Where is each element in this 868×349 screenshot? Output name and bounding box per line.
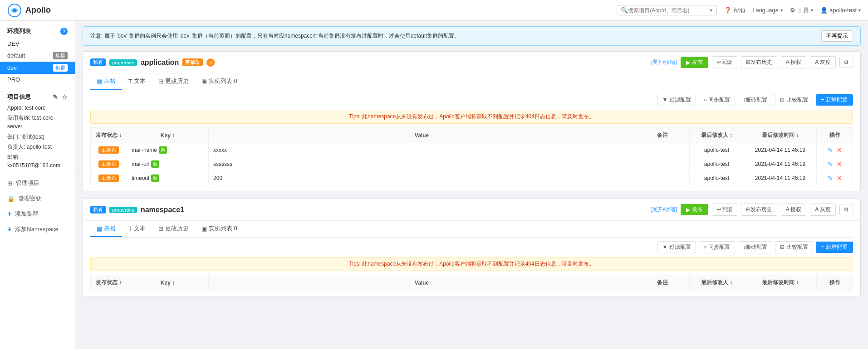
lock-icon: 🔒 [7,195,15,202]
sidebar-item-PRO[interactable]: PRO [0,74,75,85]
sidebar-item-DEV[interactable]: DEV [0,38,75,49]
table-row: 未发布 timeout 新 200 apollo-test 2021-04-14… [91,171,853,185]
auth-button-namespace1[interactable]: A 授权 [781,204,807,216]
note-cell [635,157,690,171]
collapse-link-application[interactable]: [展开/收缩] [651,58,677,66]
sort-icon: ↕ [172,280,175,286]
edit-row-button[interactable]: ✎ [828,146,833,154]
grid-icon: ⊞ [7,180,12,187]
logo-text: Apollo [25,5,51,15]
time-cell: 2021-04-14 11:46:19 [744,157,817,171]
th-modifier: 最后修改人 ↕ [690,128,744,143]
gear-button-namespace1[interactable]: ⚙ [839,204,853,215]
tools-caret-icon: ▾ [811,8,813,13]
add-cluster-icon: + [7,210,11,218]
tab-text-namespace1[interactable]: T 文本 [122,221,152,237]
key-cell: mail-name 新 [127,143,209,157]
edit-row-button[interactable]: ✎ [828,160,833,168]
grey-button-application[interactable]: A 灰度 [810,56,836,68]
compare-button-application[interactable]: ⊟ 比较配置 [775,94,813,106]
gear-button-application[interactable]: ⚙ [839,57,853,68]
dev-badge: 集群 [53,64,68,72]
tab-history-application[interactable]: ⊟ 更改历史 [152,73,195,90]
move-button-application[interactable]: ↕搬砖配置 [738,94,772,106]
sidebar-item-dev[interactable]: dev 集群 [0,62,75,74]
publish-button-application[interactable]: ▶ 发布 [681,57,708,68]
th-note2: 备注 [635,275,690,291]
delete-row-button[interactable]: ✕ [837,160,842,168]
collapse-link-namespace1[interactable]: [展开/收缩] [651,206,677,213]
help-circle-icon[interactable]: ? [60,28,68,35]
add-cluster-action[interactable]: + 添加集群 [0,206,75,222]
tools-dropdown[interactable]: ⚙ 工具 ▾ [790,6,813,15]
key-new-tag: 新 [159,146,167,154]
tab-text-application[interactable]: T 文本 [122,73,152,90]
table-icon: ▦ [97,225,102,232]
tab-history-namespace1[interactable]: ⊟ 更改历史 [152,221,195,237]
owner-row: 负责人: apollo-test [7,143,68,151]
language-dropdown[interactable]: Language ▾ [752,7,783,14]
add-config-button-application[interactable]: + 新增配置 [816,94,853,106]
tabs-application: ▦ 表格 T 文本 ⊟ 更改历史 ▣ 实例列表 0 [90,73,853,90]
rollback-button-application[interactable]: ↩回滚 [712,56,737,68]
grey-button-namespace1[interactable]: A 灰度 [810,204,836,216]
question-icon: ❓ [724,7,731,14]
rollback-button-namespace1[interactable]: ↩回滚 [712,204,737,216]
manage-project-action[interactable]: ⊞ 管理项目 [0,175,75,191]
th-status2: 发布状态 ↕ [91,275,127,291]
manage-secret-action[interactable]: 🔒 管理密钥 [0,191,75,206]
text-icon: T [128,78,132,85]
edit-project-icon[interactable]: ✎ [53,93,58,101]
user-dropdown[interactable]: 👤 apollo-test ▾ [820,7,861,14]
add-config-button-namespace1[interactable]: + 新增配置 [816,242,853,253]
history-button-namespace1[interactable]: ⊟发布历史 [741,204,777,216]
filter-button-application[interactable]: ▼ 过滤配置 [657,94,696,106]
ns-title-application: application [141,58,179,67]
namespace-card-application: 私有 properties application 有修改 3 [展开/收缩] … [83,51,861,191]
tab-table-application[interactable]: ▦ 表格 [90,73,122,90]
modifier-cell: apollo-test [690,171,744,185]
compare-button-namespace1[interactable]: ⊟ 比较配置 [775,241,813,253]
delete-row-button[interactable]: ✕ [837,174,842,182]
ns-card-header-namespace1: 私有 properties namespace1 [展开/收缩] ▶ 发布 ↩回… [83,199,860,221]
help-link[interactable]: ❓ 帮助 [724,6,745,15]
publish-icon: ▶ [686,207,690,213]
sort-icon: ↕ [730,279,732,286]
no-remind-button[interactable]: 不再提示 [821,30,853,42]
search-box[interactable]: 🔍 ▾ [617,5,717,15]
filter-button-namespace1[interactable]: ▼ 过滤配置 [657,241,696,253]
history-icon: ⊟ [158,78,163,85]
search-input[interactable] [628,7,710,14]
language-label: Language [752,7,779,14]
instance-icon: ▣ [201,78,207,85]
sort-icon: ↕ [796,279,799,286]
tab-table-namespace1[interactable]: ▦ 表格 [90,221,122,237]
add-namespace-action[interactable]: + 添加Namespace [0,222,75,237]
history-button-application[interactable]: ⊟发布历史 [741,56,777,68]
tools-label: 工具 [797,6,809,15]
config-table-namespace1: 发布状态 ↕ Key ↕ Value 备注 最后修改人 ↕ 最后修改时间 ↕ 操… [90,275,853,291]
publish-button-namespace1[interactable]: ▶ 发布 [681,204,708,215]
default-badge: 集群 [53,52,68,59]
user-caret-icon: ▾ [858,8,861,13]
tab-instance-namespace1[interactable]: ▣ 实例列表 0 [195,221,244,237]
move-button-namespace1[interactable]: ↕搬砖配置 [738,241,772,253]
delete-row-button[interactable]: ✕ [837,146,842,154]
apollo-logo-icon [7,3,22,18]
auth-button-application[interactable]: A 授权 [781,56,807,68]
sync-button-namespace1[interactable]: ○ 同步配置 [699,241,736,253]
star-project-icon[interactable]: ☆ [62,93,68,101]
ns-card-body-application: ▦ 表格 T 文本 ⊟ 更改历史 ▣ 实例列表 0 ▼ 过滤配置 ○ 同步配置 … [83,73,860,191]
tips-bar-namespace1: Tips: 此namespace从来没有发布过，Apollo客户端将获取不到配置… [90,257,853,271]
email-row: 邮箱: xx0515107@163.com [7,153,68,170]
key-cell: mail-url 新 [127,157,209,171]
edit-row-button[interactable]: ✎ [828,174,833,182]
ops-cell: ✎ ✕ [817,171,853,185]
sidebar-item-default[interactable]: default 集群 [0,49,75,62]
value-cell: sssssss [209,157,635,171]
sync-button-application[interactable]: ○ 同步配置 [699,94,736,106]
svg-point-1 [13,9,16,12]
topnav-right: 🔍 ▾ ❓ 帮助 Language ▾ ⚙ 工具 ▾ 👤 apollo-test… [617,5,861,15]
gear-icon: ⚙ [790,7,795,14]
tab-instance-application[interactable]: ▣ 实例列表 0 [195,73,244,90]
